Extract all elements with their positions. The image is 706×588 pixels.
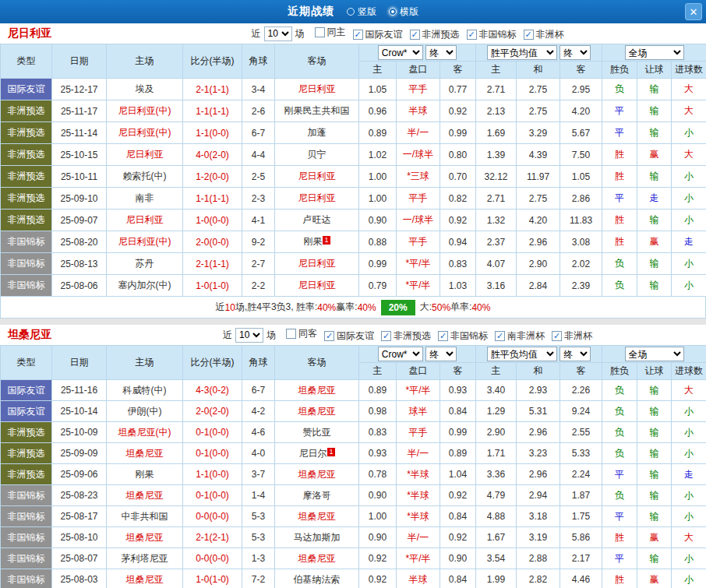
- home-team-link[interactable]: 赖索托(中): [107, 166, 183, 188]
- layout-radio-vertical[interactable]: 竖版: [347, 5, 376, 19]
- recent-count-select[interactable]: 10: [264, 26, 292, 41]
- col-header-score: 比分(半场): [183, 44, 242, 79]
- home-team-link[interactable]: 科威特(中): [107, 380, 183, 401]
- home-team-link[interactable]: 尼日利亚: [107, 209, 183, 231]
- checkbox-icon[interactable]: [315, 27, 325, 37]
- filter-option-非国锦标[interactable]: ✓非国锦标: [467, 28, 517, 41]
- away-team-link[interactable]: 刚果1: [275, 231, 359, 253]
- match-row: 非国锦标25-08-20尼日利亚(中)2-0(0-0)9-2刚果10.88平手0…: [1, 231, 706, 253]
- away-team-link[interactable]: 尼日利亚: [275, 275, 359, 297]
- away-win-odds: 2.86: [560, 188, 602, 209]
- home-team-link[interactable]: 埃及: [107, 79, 183, 100]
- home-team-link[interactable]: 坦桑尼亚: [107, 569, 183, 588]
- away-team-link[interactable]: 尼日利亚: [275, 253, 359, 275]
- close-button[interactable]: ✕: [685, 3, 702, 20]
- away-team-link[interactable]: 刚果民主共和国: [275, 100, 359, 122]
- final-odds-select[interactable]: 终: [425, 45, 457, 60]
- checkbox-icon[interactable]: ✓: [467, 30, 477, 40]
- away-team-link[interactable]: 马达加斯加: [275, 527, 359, 548]
- home-team-name: 赖索托(中): [123, 171, 167, 181]
- final-odds-select[interactable]: 终: [425, 347, 457, 361]
- home-team-link[interactable]: 茅利塔尼亚: [107, 548, 183, 569]
- home-team-link[interactable]: 坦桑尼亚(中): [107, 422, 183, 443]
- away-team-link[interactable]: 坦桑尼亚: [275, 401, 359, 422]
- checkbox-icon[interactable]: ✓: [381, 331, 391, 341]
- checkbox-icon[interactable]: ✓: [353, 30, 363, 40]
- filter-option-同主[interactable]: 同主: [315, 26, 346, 39]
- draw-odds: 2.94: [517, 485, 560, 506]
- checkbox-icon[interactable]: ✓: [524, 30, 534, 40]
- checkbox-icon[interactable]: ✓: [438, 331, 448, 341]
- match-date: 25-11-14: [52, 122, 107, 144]
- home-team-link[interactable]: 苏丹: [107, 253, 183, 275]
- final-odds-select[interactable]: 终: [560, 347, 591, 361]
- away-team-link[interactable]: 赞比亚: [275, 422, 359, 443]
- europe-odds-select[interactable]: 胜平负均值: [487, 45, 557, 60]
- filter-option-非洲杯[interactable]: ✓非洲杯: [552, 329, 592, 343]
- away-team-link[interactable]: 摩洛哥: [275, 485, 359, 506]
- filter-option-同客[interactable]: 同客: [286, 327, 317, 340]
- home-team-link[interactable]: 坦桑尼亚: [107, 485, 183, 506]
- checkbox-icon[interactable]: [286, 329, 296, 339]
- away-team-link[interactable]: 坦桑尼亚: [275, 548, 359, 569]
- home-team-link[interactable]: 尼日利亚(中): [107, 100, 183, 122]
- radio-icon[interactable]: [347, 8, 355, 16]
- near-label: 近: [252, 27, 261, 40]
- result-cell: 胜: [602, 569, 637, 588]
- radio-icon[interactable]: [389, 8, 397, 16]
- home-team-link[interactable]: 伊朗(中): [107, 401, 183, 422]
- filter-option-非洲预选[interactable]: ✓非洲预选: [381, 329, 431, 343]
- europe-odds-select[interactable]: 胜平负均值: [487, 347, 557, 361]
- away-team-link[interactable]: 贝宁: [275, 144, 359, 166]
- final-odds-select[interactable]: 终: [560, 45, 591, 60]
- home-team-link[interactable]: 塞内加尔(中): [107, 275, 183, 297]
- sub-header-away-odds: 客: [560, 62, 602, 79]
- away-team-link[interactable]: 卢旺达: [275, 209, 359, 231]
- filter-option-非洲杯[interactable]: ✓非洲杯: [524, 28, 564, 41]
- match-row: 国际友谊25-12-17埃及2-1(1-1)3-4尼日利亚1.05平手0.772…: [1, 79, 706, 100]
- odds-company-select[interactable]: Crow*: [378, 347, 423, 361]
- away-team-link[interactable]: 加蓬: [275, 122, 359, 144]
- handicap-result-cell: 输: [637, 422, 672, 443]
- home-team-link[interactable]: 尼日利亚(中): [107, 122, 183, 144]
- away-team-link[interactable]: 伯基纳法索: [275, 569, 359, 588]
- away-team-name: 尼日利亚: [298, 280, 336, 290]
- odds-company-select[interactable]: Crow*: [378, 45, 423, 60]
- home-team-link[interactable]: 尼日利亚: [107, 144, 183, 166]
- scope-select[interactable]: 全场: [625, 347, 684, 361]
- checkbox-icon[interactable]: ✓: [410, 30, 420, 40]
- home-team-link[interactable]: 南非: [107, 188, 183, 209]
- home-team-link[interactable]: 尼日利亚(中): [107, 231, 183, 253]
- home-team-link[interactable]: 坦桑尼亚: [107, 527, 183, 548]
- away-team-link[interactable]: 尼日利亚: [275, 188, 359, 209]
- match-date: 25-09-10: [52, 188, 107, 209]
- filter-option-南非洲杯[interactable]: ✓南非洲杯: [495, 329, 545, 343]
- result-cell: 负: [602, 79, 637, 100]
- checkbox-icon[interactable]: ✓: [495, 331, 505, 341]
- filter-option-非国锦标[interactable]: ✓非国锦标: [438, 329, 488, 343]
- away-team-link[interactable]: 坦桑尼亚: [275, 506, 359, 527]
- corner-cell: 6-7: [242, 380, 275, 401]
- away-team-link[interactable]: 尼日利亚: [275, 79, 359, 100]
- filter-option-国际友谊[interactable]: ✓国际友谊: [353, 28, 403, 41]
- home-team-link[interactable]: 中非共和国: [107, 506, 183, 527]
- away-team-link[interactable]: 尼日利亚: [275, 166, 359, 188]
- home-water-odds: 1.00: [359, 166, 397, 188]
- home-team-link[interactable]: 刚果: [107, 464, 183, 485]
- scope-select[interactable]: 全场: [625, 45, 684, 60]
- draw-odds: 2.75: [517, 79, 560, 100]
- filter-option-国际友谊[interactable]: ✓国际友谊: [324, 329, 374, 343]
- away-team-link[interactable]: 坦桑尼亚: [275, 380, 359, 401]
- recent-count-select[interactable]: 10: [235, 328, 263, 343]
- home-team-link[interactable]: 坦桑尼亚: [107, 443, 183, 464]
- away-team-link[interactable]: 坦桑尼亚: [275, 464, 359, 485]
- away-team-name: 坦桑尼亚: [298, 385, 336, 396]
- checkbox-icon[interactable]: ✓: [552, 331, 562, 341]
- home-win-odds: 2.37: [476, 231, 517, 253]
- score-cell: 1-0(1-0): [183, 275, 242, 297]
- layout-radio-horizontal[interactable]: 横版: [389, 5, 418, 19]
- away-team-link[interactable]: 尼日尔1: [275, 443, 359, 464]
- filter-option-非洲预选[interactable]: ✓非洲预选: [410, 28, 460, 41]
- goals-result-cell: 大: [672, 144, 706, 166]
- checkbox-icon[interactable]: ✓: [324, 331, 334, 341]
